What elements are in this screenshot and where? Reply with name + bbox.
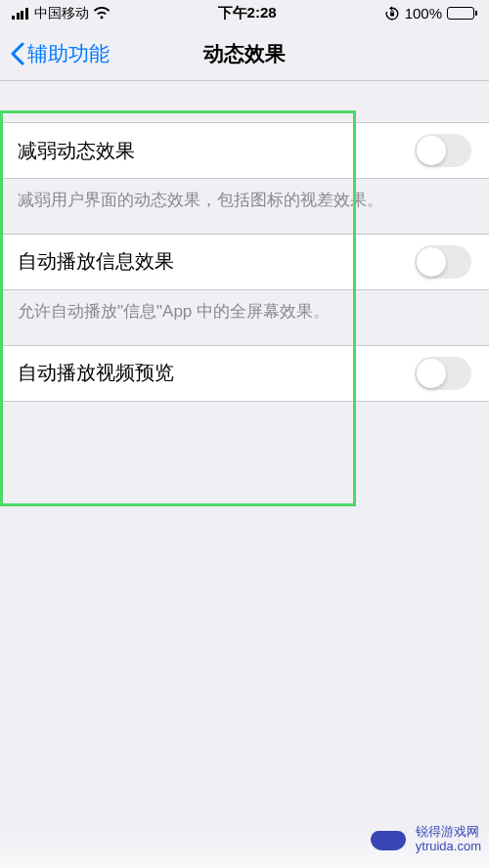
controller-icon [367, 825, 410, 854]
auto-messages-label: 自动播放信息效果 [18, 248, 174, 275]
status-time: 下午2:28 [218, 4, 277, 22]
back-label: 辅助功能 [27, 40, 110, 67]
chevron-left-icon [10, 42, 24, 65]
row-auto-video[interactable]: 自动播放视频预览 [0, 345, 489, 402]
row-auto-messages[interactable]: 自动播放信息效果 [0, 234, 489, 290]
auto-video-switch[interactable] [415, 357, 471, 390]
watermark-line2: ytruida.com [416, 840, 481, 854]
signal-icon [12, 8, 28, 20]
watermark: 锐得游戏网 ytruida.com [367, 825, 481, 854]
nav-bar: 辅助功能 动态效果 [0, 26, 489, 81]
auto-messages-switch[interactable] [415, 245, 471, 279]
page-title: 动态效果 [203, 40, 286, 67]
battery-percent: 100% [405, 5, 442, 22]
battery-icon [447, 7, 477, 20]
auto-messages-description: 允许自动播放"信息"App 中的全屏幕效果。 [0, 290, 489, 345]
status-right: 100% [384, 5, 477, 22]
svg-rect-0 [390, 13, 394, 17]
carrier-label: 中国移动 [34, 5, 89, 22]
wifi-icon [93, 7, 111, 20]
back-button[interactable]: 辅助功能 [0, 40, 110, 67]
section-spacer [0, 81, 489, 122]
reduce-motion-description: 减弱用户界面的动态效果，包括图标的视差效果。 [0, 179, 489, 234]
status-left: 中国移动 [12, 5, 111, 22]
status-bar: 中国移动 下午2:28 100% [0, 0, 489, 26]
reduce-motion-switch[interactable] [415, 134, 471, 167]
watermark-line1: 锐得游戏网 [416, 825, 481, 840]
orientation-lock-icon [384, 6, 400, 22]
row-reduce-motion[interactable]: 减弱动态效果 [0, 122, 489, 179]
auto-video-label: 自动播放视频预览 [18, 360, 174, 386]
reduce-motion-label: 减弱动态效果 [18, 138, 135, 164]
